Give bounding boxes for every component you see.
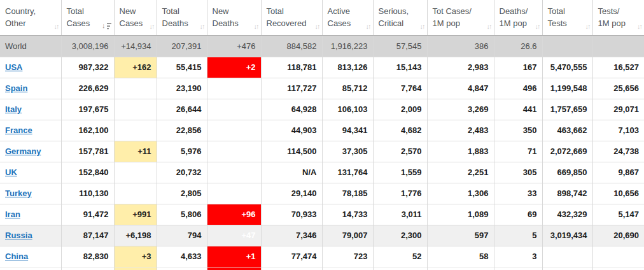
table-row: France162,10022,85644,90394,3414,6822,48… bbox=[0, 120, 644, 141]
country-link[interactable]: UK bbox=[5, 167, 17, 177]
table-cell bbox=[207, 162, 261, 183]
country-cell: USA bbox=[0, 57, 61, 78]
country-link[interactable]: Turkey bbox=[5, 188, 32, 198]
table-cell: 10,656 bbox=[592, 183, 644, 204]
column-label: Total bbox=[162, 5, 203, 17]
table-cell: 58 bbox=[427, 246, 494, 267]
table-cell: 5,147 bbox=[592, 204, 644, 225]
world-row: World3,008,196+14,934207,391+476884,5821… bbox=[0, 35, 644, 57]
sort-both-icon[interactable]: ↓↑ bbox=[54, 23, 59, 30]
table-cell: 4,847 bbox=[427, 78, 494, 99]
table-cell: 16,527 bbox=[592, 57, 644, 78]
country-link[interactable]: Italy bbox=[5, 104, 22, 114]
table-cell bbox=[261, 267, 322, 270]
table-cell: 78,185 bbox=[322, 183, 373, 204]
table-cell: 5,470,555 bbox=[542, 57, 592, 78]
column-label: New bbox=[213, 5, 257, 17]
table-cell: 2,483 bbox=[427, 120, 494, 141]
country-link[interactable]: China bbox=[5, 252, 28, 261]
table-cell: 25,656 bbox=[592, 78, 644, 99]
sort-both-icon[interactable]: ↓↑ bbox=[487, 23, 491, 30]
table-cell: 3,008,196 bbox=[61, 35, 114, 57]
table-cell: 64,928 bbox=[261, 99, 322, 120]
column-header-country[interactable]: Country, Other ↓↑ ↓ bbox=[0, 0, 61, 35]
table-cell: 26.6 bbox=[494, 35, 542, 57]
table-cell bbox=[207, 183, 261, 204]
table-cell bbox=[207, 120, 261, 141]
column-label: Other bbox=[5, 17, 57, 29]
table-cell: 3,019,434 bbox=[542, 225, 592, 246]
table-cell: 24,738 bbox=[592, 141, 644, 162]
table-row: Russia87,147+6,198794+477,34679,0072,300… bbox=[0, 225, 644, 246]
sort-desc-icon[interactable]: ↓ bbox=[102, 22, 111, 29]
column-label: 1M pop bbox=[598, 17, 641, 29]
table-cell: 26,644 bbox=[157, 99, 207, 120]
column-header-total-tests[interactable]: Total Tests ↓↑ ↓ bbox=[542, 0, 592, 35]
country-link[interactable]: Russia bbox=[5, 231, 32, 240]
sort-both-icon[interactable]: ↓↑ bbox=[315, 23, 319, 30]
sort-both-icon[interactable]: ↓↑ bbox=[637, 23, 641, 30]
table-cell: 71 bbox=[494, 141, 542, 162]
table-cell: 131,764 bbox=[322, 162, 373, 183]
table-cell: 55,415 bbox=[157, 57, 207, 78]
column-header-new-deaths[interactable]: New Deaths ↓↑ ↓ bbox=[207, 0, 261, 35]
column-header-total-cases[interactable]: Total Cases ↓↑ ↓ bbox=[61, 0, 114, 35]
table-cell bbox=[61, 267, 114, 270]
table-cell bbox=[114, 183, 157, 204]
table-cell bbox=[207, 99, 261, 120]
sort-both-icon[interactable]: ↓↑ bbox=[420, 23, 424, 30]
table-cell: 723 bbox=[322, 246, 373, 267]
sort-both-icon[interactable]: ↓↑ bbox=[254, 23, 258, 30]
table-cell: 350 bbox=[494, 120, 542, 141]
table-cell: 2,805 bbox=[157, 183, 207, 204]
table-cell: 44,903 bbox=[261, 120, 322, 141]
table-cell: 2,009 bbox=[373, 99, 427, 120]
table-cell bbox=[322, 267, 373, 270]
table-row: Italy197,67526,64464,928106,1032,0093,26… bbox=[0, 99, 644, 120]
sort-both-icon[interactable]: ↓↑ bbox=[535, 23, 540, 30]
column-label: Total bbox=[548, 5, 589, 17]
table-cell bbox=[114, 267, 157, 270]
table-cell: 3,269 bbox=[427, 99, 494, 120]
column-header-total-deaths[interactable]: Total Deaths ↓↑ ↓ bbox=[157, 0, 207, 35]
table-cell: 14,733 bbox=[322, 204, 373, 225]
column-header-new-cases[interactable]: New Cases ↓↑ ↓ bbox=[114, 0, 157, 35]
country-link[interactable]: France bbox=[5, 125, 32, 135]
column-header-cases-per-1m[interactable]: Tot Cases/ 1M pop ↓↑ ↓ bbox=[427, 0, 494, 35]
country-cell: Spain bbox=[0, 78, 61, 99]
country-link[interactable]: Iran bbox=[5, 210, 20, 219]
column-label: Total bbox=[267, 5, 318, 17]
sort-both-icon[interactable]: ↓↑ bbox=[366, 23, 370, 30]
column-header-active-cases[interactable]: Active Cases ↓↑ ↓ bbox=[322, 0, 373, 35]
table-cell: 70,933 bbox=[261, 204, 322, 225]
column-label: Recovered bbox=[267, 17, 318, 29]
column-header-tests-per-1m[interactable]: Tests/ 1M pop ↓↑ ↓ bbox=[592, 0, 644, 35]
covid-stats-table-container: Country, Other ↓↑ ↓ Total Cases ↓↑ ↓ New… bbox=[0, 0, 644, 270]
column-header-deaths-per-1m[interactable]: Deaths/ 1M pop ↓↑ ↓ bbox=[494, 0, 542, 35]
table-cell: +476 bbox=[207, 35, 261, 57]
table-row bbox=[0, 267, 644, 270]
sort-both-icon[interactable]: ↓↑ bbox=[585, 23, 590, 30]
table-cell: 110,130 bbox=[61, 183, 114, 204]
sort-both-icon[interactable]: ↓↑ bbox=[150, 23, 154, 30]
table-cell bbox=[592, 246, 644, 267]
country-cell: UK bbox=[0, 162, 61, 183]
column-label: Tot Cases/ bbox=[433, 5, 490, 17]
table-cell: 117,727 bbox=[261, 78, 322, 99]
table-cell: 3 bbox=[494, 246, 542, 267]
table-cell: 22,856 bbox=[157, 120, 207, 141]
country-link[interactable]: USA bbox=[5, 62, 22, 72]
column-header-serious-critical[interactable]: Serious, Critical ↓↑ ↓ bbox=[373, 0, 427, 35]
table-row: UK152,84020,732N/A131,7641,5592,25130566… bbox=[0, 162, 644, 183]
table-cell: 9,867 bbox=[592, 162, 644, 183]
country-link[interactable]: Spain bbox=[5, 83, 27, 93]
table-cell: +11 bbox=[114, 141, 157, 162]
table-body: World3,008,196+14,934207,391+476884,5821… bbox=[0, 35, 644, 270]
table-cell: 197,675 bbox=[61, 99, 114, 120]
column-header-total-recovered[interactable]: Total Recovered ↓↑ ↓ bbox=[261, 0, 322, 35]
column-label: Cases bbox=[328, 17, 369, 29]
country-link[interactable]: Germany bbox=[5, 146, 41, 156]
table-cell: 5 bbox=[494, 225, 542, 246]
table-cell: 20,732 bbox=[157, 162, 207, 183]
sort-both-icon[interactable]: ↓↑ bbox=[200, 23, 204, 30]
